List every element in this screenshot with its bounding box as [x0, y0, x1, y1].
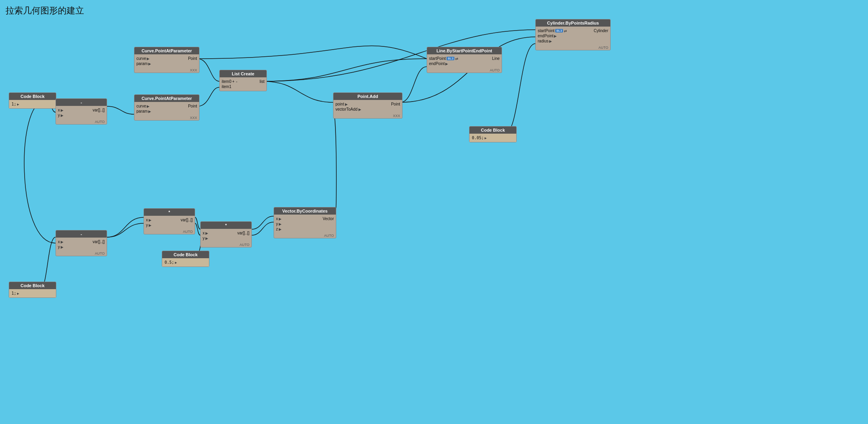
multiply-top-x-row: x ▶ var[]..[] — [146, 218, 193, 222]
minus-1-x-label: x — [58, 108, 60, 112]
cylinder-footer: AUTO — [536, 45, 610, 50]
code-block-2-header: Code Block — [469, 127, 516, 134]
minus-node-1: - x ▶ var[]..[] y ▶ AUTO — [56, 98, 107, 125]
code-block-node-4: Code Block 1; ▶ — [9, 282, 56, 298]
vector-footer: AUTO — [274, 233, 336, 238]
multiply-bottom-y-row: y ▶ — [203, 236, 249, 240]
multiply-bottom-x-row: x ▶ var[]..[] — [203, 231, 249, 235]
list-create-body: item0 + - list item1 — [220, 77, 266, 91]
code-block-node-2: Code Block 0.05; ▶ — [469, 126, 517, 142]
multiply-bottom-header: * — [201, 222, 251, 229]
line-body: startPoint BL3 ⇄ Line endPoint ▶ — [427, 54, 502, 68]
minus-1-body: x ▶ var[]..[] y ▶ — [56, 106, 107, 119]
curve-point-1-header: Curve.PointAtParameter — [134, 47, 199, 54]
curve-point-1-param-row: param ▶ — [136, 61, 197, 66]
code-block-node-3: Code Block 0.5; ▶ — [162, 251, 209, 267]
minus-1-x-row: x ▶ var[]..[] — [58, 108, 105, 112]
multiply-top-footer: AUTO — [144, 229, 195, 234]
code-block-3-value: 0.5; — [165, 260, 174, 265]
line-by-start-end-node: Line.ByStartPointEndPoint startPoint BL3… — [427, 47, 502, 73]
code-block-node-1: Code Block 1; ▶ — [9, 92, 56, 109]
point-add-body: point ▶ Point vectorToAdd ▶ — [333, 100, 402, 113]
code-block-3-header: Code Block — [162, 251, 209, 258]
code-block-2-value: 0.05; — [472, 136, 484, 140]
code-block-4-body: 1; ▶ — [9, 289, 56, 297]
line-header: Line.ByStartPointEndPoint — [427, 47, 502, 54]
vector-y-row: y ▶ — [276, 222, 334, 226]
cylinder-body: startPoint BL3 ⇄ Cylinder endPoint ▶ rad… — [536, 27, 610, 45]
minus-node-2: - x ▶ var[]..[] y ▶ AUTO — [56, 230, 107, 256]
point-add-point-row: point ▶ Point — [335, 102, 400, 106]
vector-header: Vector.ByCoordinates — [274, 207, 336, 215]
minus-2-x-row: x ▶ var[]..[] — [58, 240, 105, 244]
code-block-3-body: 0.5; ▶ — [162, 258, 209, 267]
multiply-bottom-footer: AUTO — [201, 242, 251, 247]
vector-x-row: x ▶ Vector — [276, 217, 334, 221]
point-add-footer: XXX — [333, 113, 402, 118]
minus-1-header: - — [56, 99, 107, 106]
curve-point-1-curve-row: curve ▶ Point — [136, 56, 197, 61]
code-block-1-value: 1; — [11, 102, 16, 106]
minus-1-footer: AUTO — [56, 119, 107, 124]
curve-point-1: Curve.PointAtParameter curve ▶ Point par… — [134, 47, 199, 73]
curve-point-2: Curve.PointAtParameter curve ▶ Point par… — [134, 94, 199, 121]
code-block-1-body: 1; ▶ — [9, 100, 56, 108]
vector-body: x ▶ Vector y ▶ z ▶ — [274, 215, 336, 233]
cylinder-end-row: endPoint ▶ — [538, 34, 608, 38]
list-create-node: List Create item0 + - list item1 — [219, 70, 267, 91]
cylinder-start-row: startPoint BL3 ⇄ Cylinder — [538, 29, 608, 33]
vector-by-coords-node: Vector.ByCoordinates x ▶ Vector y ▶ z ▶ … — [274, 207, 336, 238]
code-block-1-value-row: 1; ▶ — [11, 102, 54, 106]
minus-1-y-row: y ▶ — [58, 113, 105, 117]
cylinder-node: Cylinder.ByPointsRadius startPoint BL3 ⇄… — [535, 19, 611, 50]
multiply-top-y-row: y ▶ — [146, 223, 193, 227]
minus-2-body: x ▶ var[]..[] y ▶ — [56, 238, 107, 251]
code-block-2-body: 0.05; ▶ — [469, 134, 516, 142]
minus-1-y-label: y — [58, 113, 60, 117]
point-add-header: Point.Add — [333, 93, 402, 100]
curve-point-2-body: curve ▶ Point param ▶ — [134, 102, 199, 115]
curve-point-2-curve-row: curve ▶ Point — [136, 104, 197, 108]
minus-2-header: - — [56, 230, 107, 238]
list-create-item0-row: item0 + - list — [222, 79, 264, 84]
multiply-top-header: * — [144, 209, 195, 216]
code-block-4-value: 1; — [11, 291, 16, 295]
multiply-top-node: * x ▶ var[]..[] y ▶ AUTO — [144, 208, 195, 234]
code-block-4-header: Code Block — [9, 282, 56, 289]
multiply-bottom-body: x ▶ var[]..[] y ▶ — [201, 229, 251, 242]
point-add-node: Point.Add point ▶ Point vectorToAdd ▶ XX… — [333, 92, 402, 119]
minus-2-y-row: y ▶ — [58, 245, 105, 249]
vector-z-row: z ▶ — [276, 227, 334, 231]
point-add-vector-row: vectorToAdd ▶ — [335, 107, 400, 111]
code-block-3-value-row: 0.5; ▶ — [165, 260, 207, 265]
code-block-1-port-arrow: ▶ — [17, 102, 19, 106]
code-block-2-value-row: 0.05; ▶ — [472, 136, 514, 140]
line-start-row: startPoint BL3 ⇄ Line — [429, 56, 500, 61]
curve-point-2-param-row: param ▶ — [136, 109, 197, 113]
multiply-bottom-node: * x ▶ var[]..[] y ▶ AUTO — [200, 221, 252, 247]
curve-point-2-header: Curve.PointAtParameter — [134, 95, 199, 102]
multiply-top-body: x ▶ var[]..[] y ▶ — [144, 216, 195, 229]
curve-point-1-footer: XXX — [134, 68, 199, 73]
line-footer: AUTO — [427, 68, 502, 73]
minus-2-footer: AUTO — [56, 251, 107, 256]
curve-point-2-footer: XXX — [134, 115, 199, 120]
minus-1-output-label: var[]..[] — [92, 108, 105, 112]
cylinder-header: Cylinder.ByPointsRadius — [536, 19, 610, 27]
list-create-header: List Create — [220, 70, 266, 77]
code-block-1-header: Code Block — [9, 93, 56, 100]
cylinder-radius-row: radius ▶ — [538, 39, 608, 43]
page-title: 拉索几何图形的建立 — [6, 5, 84, 17]
code-block-4-value-row: 1; ▶ — [11, 291, 54, 295]
line-end-row: endPoint ▶ — [429, 61, 500, 66]
curve-point-1-body: curve ▶ Point param ▶ — [134, 54, 199, 68]
list-create-item1-row: item1 — [222, 84, 264, 89]
